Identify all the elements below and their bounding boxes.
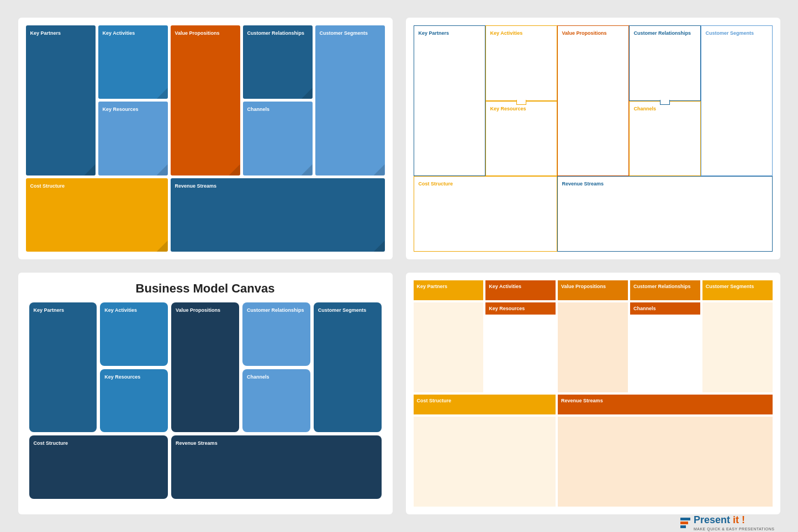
slide-1: Key Partners Key Activities Value Propos… bbox=[18, 18, 393, 259]
s2-key-activities: Key Activities bbox=[485, 25, 557, 101]
bmc-grid-1: Key Partners Key Activities Value Propos… bbox=[26, 25, 385, 252]
s3-key-activities: Key Activities bbox=[100, 302, 168, 366]
s1-cost-structure: Cost Structure bbox=[26, 178, 168, 252]
s1-value-propositions: Value Propositions bbox=[171, 25, 240, 175]
s3-revenue-streams: Revenue Streams bbox=[171, 435, 381, 499]
s1-customer-segments: Customer Segments bbox=[315, 25, 385, 175]
s4-vp-body bbox=[558, 302, 628, 392]
s1-channels: Channels bbox=[243, 102, 313, 175]
slide-3: Business Model Canvas Key Partners Key A… bbox=[18, 273, 393, 514]
logo-bar-2 bbox=[680, 522, 688, 524]
s1-key-activities: Key Activities bbox=[98, 25, 168, 99]
logo-tagline: Make QuICK & eaSY pRESENTATIONS bbox=[694, 527, 775, 531]
logo-bar-3 bbox=[680, 525, 686, 528]
s3-key-resources: Key Resources bbox=[100, 369, 168, 433]
logo-bar-1 bbox=[680, 518, 690, 520]
logo-icon bbox=[680, 518, 690, 528]
s1-key-resources: Key Resources bbox=[98, 102, 168, 175]
s2-value-propositions: Value Propositions bbox=[557, 25, 629, 176]
s3-customer-segments: Customer Segments bbox=[314, 302, 382, 432]
s1-customer-relationships: Customer Relationships bbox=[243, 25, 313, 99]
logo-name: Present it ! bbox=[694, 514, 775, 526]
s4-key-resources-hdr: Key Resources bbox=[485, 302, 556, 315]
s2-customer-segments: Customer Segments bbox=[701, 25, 773, 176]
logo-present: Present bbox=[694, 514, 733, 525]
s2-channels: Channels bbox=[629, 101, 701, 177]
s2-key-partners: Key Partners bbox=[414, 25, 485, 176]
slide-2: Key Partners Key Activities Value Propos… bbox=[406, 18, 780, 259]
s4-customer-segments-hdr: Customer Segments bbox=[702, 280, 773, 300]
s3-cost-structure: Cost Structure bbox=[29, 435, 168, 499]
s2-key-resources: Key Resources bbox=[485, 101, 557, 177]
s4-cost-structure-hdr: Cost Structure bbox=[414, 395, 556, 414]
s4-channels-hdr: Channels bbox=[630, 302, 700, 315]
slide-4: Key Partners Key Activities Value Propos… bbox=[406, 273, 780, 514]
s2-customer-relationships: Customer Relationships bbox=[629, 25, 701, 101]
s4-cs-body bbox=[702, 302, 773, 392]
s4-key-partners-body bbox=[414, 302, 484, 392]
main-container: Key Partners Key Activities Value Propos… bbox=[18, 18, 780, 514]
s4-value-propositions-hdr: Value Propositions bbox=[558, 280, 628, 300]
s1-key-partners: Key Partners bbox=[26, 25, 96, 175]
bmc-grid-2: Key Partners Key Activities Value Propos… bbox=[414, 25, 773, 252]
s2-revenue-streams: Revenue Streams bbox=[557, 176, 773, 252]
s4-cost-structure-body bbox=[414, 417, 556, 507]
s3-customer-relationships: Customer Relationships bbox=[242, 302, 310, 366]
s2-cost-structure: Cost Structure bbox=[414, 176, 557, 252]
s4-customer-relationships-hdr: Customer Relationships bbox=[630, 280, 700, 300]
s4-revenue-streams-hdr: Revenue Streams bbox=[558, 395, 772, 414]
s4-revenue-streams-body bbox=[558, 417, 772, 507]
bmc-grid-3: Key Partners Key Activities Value Propos… bbox=[29, 302, 382, 499]
logo-text-wrap: Present it ! Make QuICK & eaSY pRESENTAT… bbox=[694, 514, 775, 531]
s3-value-propositions: Value Propositions bbox=[171, 302, 239, 432]
s1-revenue-streams: Revenue Streams bbox=[171, 178, 385, 252]
logo-area: Present it ! Make QuICK & eaSY pRESENTAT… bbox=[680, 514, 775, 531]
s4-key-activities-hdr: Key Activities bbox=[485, 280, 556, 300]
s4-key-partners-hdr: Key Partners bbox=[414, 280, 484, 300]
bmc-grid-4: Key Partners Key Activities Value Propos… bbox=[414, 280, 773, 507]
slide3-title: Business Model Canvas bbox=[29, 281, 382, 296]
s3-key-partners: Key Partners bbox=[29, 302, 97, 432]
s3-channels: Channels bbox=[242, 369, 310, 433]
